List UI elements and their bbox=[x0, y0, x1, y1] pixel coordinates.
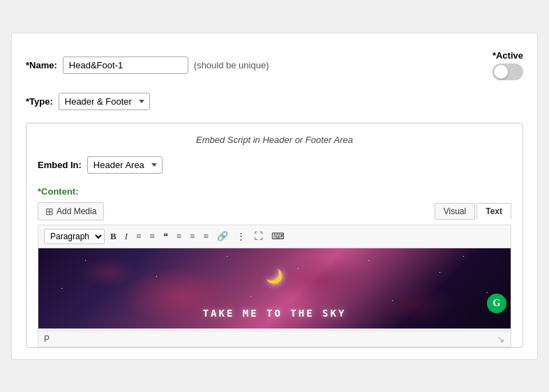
editor-footer: P ↘ bbox=[38, 331, 511, 347]
align-left-button[interactable]: ≡ bbox=[174, 229, 184, 243]
type-label: *Type: bbox=[26, 96, 53, 107]
image-container: 🌙 TAKE ME TO THE SKY G bbox=[38, 248, 511, 329]
moon-icon: 🌙 bbox=[266, 268, 283, 285]
more-button[interactable]: ⋮ bbox=[234, 229, 248, 243]
add-media-row: ⊞ Add Media Visual Text bbox=[38, 202, 511, 220]
type-row: *Type: Header & Footer Header Only Foote… bbox=[26, 93, 523, 110]
tab-visual[interactable]: Visual bbox=[435, 203, 475, 220]
embed-in-row: Embed In: Header Area Footer Area bbox=[38, 156, 511, 174]
name-group: *Name: (should be unique) bbox=[26, 56, 269, 74]
visual-text-tabs: Visual Text bbox=[435, 203, 511, 220]
unique-hint: (should be unique) bbox=[194, 60, 269, 70]
editor-toolbar: Paragraph B I ≡ ≡ ❝ ≡ ≡ ≡ 🔗 ⋮ ⛶ ⌨ bbox=[38, 225, 511, 248]
keyboard-button[interactable]: ⌨ bbox=[269, 229, 287, 243]
ul-button[interactable]: ≡ bbox=[133, 229, 144, 243]
name-input[interactable] bbox=[63, 56, 188, 74]
active-group: *Active bbox=[492, 50, 523, 80]
main-card: *Name: (should be unique) *Active *Type:… bbox=[11, 33, 538, 360]
top-row: *Name: (should be unique) *Active bbox=[26, 50, 523, 80]
align-right-button[interactable]: ≡ bbox=[200, 229, 211, 243]
blockquote-button[interactable]: ❝ bbox=[160, 229, 171, 243]
align-center-button[interactable]: ≡ bbox=[187, 229, 197, 243]
active-toggle[interactable] bbox=[492, 63, 523, 80]
grammarly-button[interactable]: G bbox=[487, 294, 506, 313]
add-media-icon: ⊞ bbox=[45, 206, 54, 217]
paragraph-select[interactable]: Paragraph bbox=[44, 229, 105, 244]
resize-handle[interactable]: ↘ bbox=[497, 333, 505, 345]
sky-background: 🌙 TAKE ME TO THE SKY bbox=[38, 248, 511, 329]
add-media-label: Add Media bbox=[57, 206, 96, 216]
editor-area[interactable]: 🌙 TAKE ME TO THE SKY G bbox=[38, 248, 511, 331]
ol-button[interactable]: ≡ bbox=[146, 229, 157, 243]
embed-in-select[interactable]: Header Area Footer Area bbox=[87, 156, 163, 174]
fullscreen-button[interactable]: ⛶ bbox=[251, 229, 266, 243]
embed-in-label: Embed In: bbox=[38, 160, 82, 170]
italic-button[interactable]: I bbox=[122, 229, 130, 243]
inner-card: Embed Script in Header or Footer Area Em… bbox=[26, 123, 523, 348]
bold-button[interactable]: B bbox=[107, 229, 119, 243]
toggle-knob bbox=[494, 65, 508, 79]
add-media-button[interactable]: ⊞ Add Media bbox=[38, 202, 104, 220]
grammarly-icon: G bbox=[493, 298, 501, 309]
link-button[interactable]: 🔗 bbox=[214, 229, 231, 243]
p-tag: P bbox=[44, 334, 50, 344]
name-label: *Name: bbox=[26, 60, 57, 70]
type-select[interactable]: Header & Footer Header Only Footer Only bbox=[59, 93, 150, 110]
content-label: *Content: bbox=[38, 186, 511, 197]
embed-title: Embed Script in Header or Footer Area bbox=[38, 135, 511, 145]
active-label: *Active bbox=[492, 50, 523, 61]
sky-text: TAKE ME TO THE SKY bbox=[38, 308, 511, 319]
tab-text[interactable]: Text bbox=[476, 203, 511, 220]
